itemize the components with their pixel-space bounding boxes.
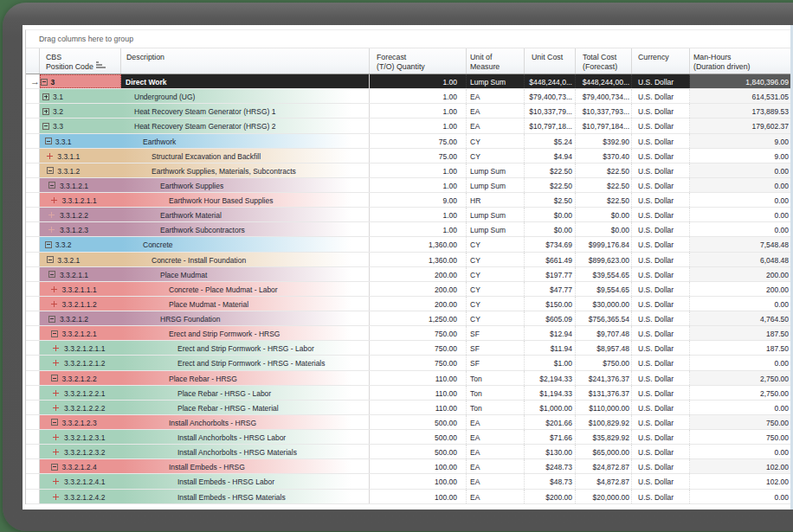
collapse-icon[interactable] — [51, 419, 58, 426]
header-currency[interactable]: Currency — [632, 48, 690, 74]
grid-row-3.3.1.2.1[interactable]: 3.3.1.2.1Earthwork Supplies1.00Lump Sum$… — [26, 178, 793, 193]
cbs-desc-band: 3.3.1.2Earthwork Supplies, Materials, Su… — [40, 163, 370, 177]
expand-icon[interactable] — [53, 494, 59, 500]
grid-row-3.3.2.1.2.4[interactable]: 3.3.2.1.2.4Install Embeds - HRSG100.00EA… — [26, 459, 793, 474]
collapse-icon[interactable] — [41, 79, 48, 86]
grid-row-3.3.2[interactable]: 3.3.2Concrete1,360.00CY$734.69$999,176.8… — [26, 237, 793, 252]
man-hours: 173,889.53 — [690, 104, 793, 118]
forecast-qty: 1.00 — [370, 222, 467, 236]
man-hours: 0.00 — [690, 163, 793, 177]
total-cost: $4,872.87 — [576, 474, 632, 488]
grid-row-3.3.1.1[interactable]: 3.3.1.1Structural Excavation and Backfil… — [26, 149, 793, 163]
grid-row-3.1[interactable]: 3.1Underground (UG)1.00EA$79,400,73...$7… — [26, 89, 793, 104]
header-cbs-line2: Position Code — [46, 62, 120, 72]
collapse-icon[interactable] — [45, 241, 52, 248]
expand-icon[interactable] — [51, 301, 57, 307]
cbs-code: 3.3.2.1.2.1.2 — [64, 359, 105, 368]
header-description[interactable]: Description — [121, 48, 370, 74]
grid-row-3.3[interactable]: 3.3Heat Recovery Steam Generator (HRSG) … — [26, 119, 793, 133]
grid-row-3.3.2.1.2[interactable]: 3.3.2.1.2HRSG Foundation1,250.00CY$605.0… — [26, 311, 793, 326]
grid-row-3.3.1.2.2[interactable]: 3.3.1.2.2Earthwork Material1.00Lump Sum$… — [26, 208, 793, 222]
cbs-code: 3.3.2.1.2.4.1 — [64, 478, 105, 486]
grid-row-3.3.2.1.2.3.1[interactable]: 3.3.2.1.2.3.1Install Anchorbolts - HRSG … — [26, 430, 793, 445]
collapse-icon[interactable] — [48, 316, 55, 323]
total-cost: $9,707.48 — [576, 326, 632, 340]
expand-icon[interactable] — [53, 478, 59, 484]
cbs-desc-band: 3.2Heat Recovery Steam Generator (HRSG) … — [40, 104, 370, 118]
cbs-code: 3.2 — [53, 107, 63, 116]
unit-of-measure: Lump Sum — [467, 222, 525, 236]
expand-icon[interactable] — [47, 153, 53, 159]
grid-row-3.3.2.1.2.3.2[interactable]: 3.3.2.1.2.3.2Install Anchorbolts - HRSG … — [26, 445, 793, 459]
row-indicator — [26, 89, 40, 103]
forecast-qty: 1,250.00 — [370, 311, 467, 325]
grid-row-3.3.1.2.3[interactable]: 3.3.1.2.3Earthwork Subcontractors1.00Lum… — [26, 222, 793, 237]
grid-row-3.3.2.1.2.2.1[interactable]: 3.3.2.1.2.2.1Place Rebar - HRSG - Labor1… — [26, 386, 793, 401]
grid-row-3[interactable]: →3Direct Work1.00Lump Sum$448,244,0...$4… — [26, 74, 793, 89]
collapse-icon[interactable] — [47, 167, 54, 174]
expand-icon[interactable] — [51, 286, 57, 292]
total-cost: $899,623.00 — [576, 253, 632, 266]
grid-row-3.3.2.1.2.1.2[interactable]: 3.3.2.1.2.1.2Erect and Strip Formwork - … — [26, 356, 793, 370]
description: Concrete — [143, 240, 173, 249]
description: Heat Recovery Steam Generator (HRSG) 2 — [134, 122, 275, 131]
grid-row-3.3.2.1.2.4.1[interactable]: 3.3.2.1.2.4.1Install Embeds - HRSG Labor… — [26, 474, 793, 489]
cbs-code: 3.3.2.1.1.1 — [62, 285, 97, 294]
cbs-desc-band: 3.3.2.1.2.4.2Install Embeds - HRSG Mater… — [40, 490, 370, 503]
grid-row-3.3.1.2.1.1[interactable]: 3.3.1.2.1.1Earthwork Hour Based Supplies… — [26, 193, 793, 208]
expand-icon[interactable] — [48, 212, 55, 218]
grid-row-3.3.2.1.2.2[interactable]: 3.3.2.1.2.2Place Rebar - HRSG110.00Ton$2… — [26, 371, 793, 386]
grid-row-3.3.2.1.1.2[interactable]: 3.3.2.1.1.2Place Mudmat - Material200.00… — [26, 297, 793, 311]
header-man-hours[interactable]: Man-Hours (Duration driven) — [690, 48, 793, 74]
header-unit-of-measure[interactable]: Unit of Measure — [467, 48, 525, 74]
collapse-icon[interactable] — [48, 182, 55, 189]
unit-cost: $200.00 — [525, 490, 576, 503]
header-unit-cost[interactable]: Unit Cost — [525, 48, 576, 74]
expand-icon[interactable] — [53, 434, 59, 440]
grid-row-3.2[interactable]: 3.2Heat Recovery Steam Generator (HRSG) … — [26, 104, 793, 119]
grid-row-3.3.2.1.1[interactable]: 3.3.2.1.1Place Mudmat200.00CY$197.77$39,… — [26, 267, 793, 282]
grid-header: CBS Position Code Description Forecast (… — [26, 48, 793, 74]
collapse-icon[interactable] — [51, 375, 58, 381]
description: Install Embeds - HRSG — [169, 463, 245, 471]
grid-row-3.3.2.1.2.3[interactable]: 3.3.2.1.2.3Install Anchorbolts - HRSG500… — [26, 415, 793, 430]
grid-row-3.3.2.1.2.4.2[interactable]: 3.3.2.1.2.4.2Install Embeds - HRSG Mater… — [26, 490, 793, 504]
expand-icon[interactable] — [48, 227, 55, 233]
grid-row-3.3.1.2[interactable]: 3.3.1.2Earthwork Supplies, Materials, Su… — [26, 163, 793, 178]
header-forecast-qty[interactable]: Forecast (T/O) Quantity — [370, 48, 467, 74]
expand-icon[interactable] — [53, 360, 59, 366]
expand-icon[interactable] — [53, 345, 59, 351]
unit-of-measure: EA — [467, 430, 525, 444]
collapse-icon[interactable] — [42, 123, 49, 130]
grid-row-3.3.2.1.2.2.2[interactable]: 3.3.2.1.2.2.2Place Rebar - HRSG - Materi… — [26, 401, 793, 415]
expand-icon[interactable] — [53, 449, 59, 455]
expand-icon[interactable] — [42, 93, 49, 100]
unit-cost: $130.00 — [525, 445, 576, 458]
grid-row-3.3.2.1.2.1[interactable]: 3.3.2.1.2.1Erect and Strip Formwork - HR… — [26, 326, 793, 341]
collapse-icon[interactable] — [51, 330, 58, 337]
collapse-icon[interactable] — [47, 256, 54, 263]
unit-of-measure: Ton — [467, 386, 525, 400]
header-cbs-position-code[interactable]: CBS Position Code — [40, 48, 121, 74]
expand-icon[interactable] — [51, 197, 57, 203]
description: Install Embeds - HRSG Materials — [177, 493, 286, 502]
collapse-icon[interactable] — [51, 464, 58, 471]
currency: U.S. Dollar — [632, 401, 690, 414]
grid-row-3.3.2.1[interactable]: 3.3.2.1Concrete - Install Foundation1,36… — [26, 253, 793, 267]
expand-icon[interactable] — [53, 405, 59, 411]
header-indicator — [26, 48, 40, 74]
header-total-cost[interactable]: Total Cost (Forecast) — [576, 48, 632, 74]
description: Concrete - Install Foundation — [152, 256, 246, 265]
forecast-qty: 750.00 — [370, 341, 467, 355]
collapse-icon[interactable] — [48, 271, 55, 278]
grid-row-3.3.2.1.1.1[interactable]: 3.3.2.1.1.1Concrete - Place Mudmat - Lab… — [26, 282, 793, 297]
collapse-icon[interactable] — [45, 138, 52, 144]
group-by-band[interactable]: Drag columns here to group — [26, 30, 793, 48]
cbs-code: 3.3.1.2 — [57, 167, 80, 176]
expand-icon[interactable] — [42, 108, 49, 115]
grid-row-3.3.2.1.2.1.1[interactable]: 3.3.2.1.2.1.1Erect and Strip Formwork - … — [26, 341, 793, 356]
total-cost: $39,554.65 — [576, 267, 632, 281]
expand-icon[interactable] — [53, 390, 59, 396]
unit-of-measure: SF — [467, 326, 525, 340]
grid-row-3.3.1[interactable]: 3.3.1Earthwork75.00CY$5.24$392.90U.S. Do… — [26, 134, 793, 149]
